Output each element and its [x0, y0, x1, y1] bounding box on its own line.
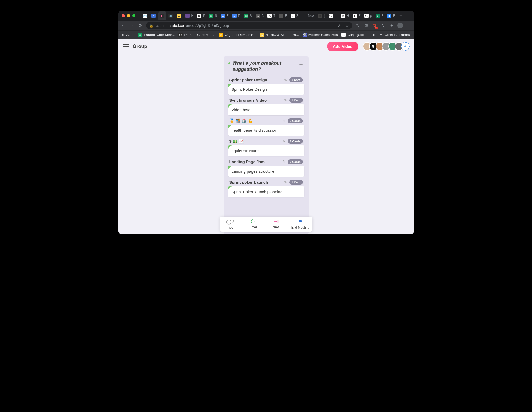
group-name[interactable]: Synchronous Video [229, 98, 282, 102]
browser-tab[interactable]: ▲ [175, 11, 183, 20]
browser-tab[interactable]: Gp [363, 11, 374, 20]
ext-mail-icon[interactable]: ✉ [363, 23, 369, 28]
card-stack[interactable]: Sprint Poker launch planning [228, 186, 304, 197]
browser-tab[interactable]: ▸F [374, 11, 385, 20]
group-name[interactable]: 🏅 🧑‍🤝‍🧑 🏥 💪 [229, 118, 281, 123]
browser-tab[interactable]: ≡F [219, 11, 230, 20]
card-stack[interactable]: Sprint Poker Design [228, 84, 304, 95]
star-icon[interactable]: ☆ [345, 23, 349, 28]
end-meeting-button[interactable]: ⚑ End Meeting [291, 219, 309, 229]
add-card-button[interactable]: ＋ [298, 60, 304, 68]
tab-favicon-icon: z [291, 14, 295, 18]
participant-avatars: G+ [365, 42, 410, 51]
edit-group-icon[interactable]: ✎ [284, 180, 287, 184]
browser-tab[interactable]: New [300, 11, 316, 20]
edit-group-icon[interactable]: ✎ [282, 119, 286, 123]
reflection-card[interactable]: Sprint Poker Design [228, 84, 304, 95]
browser-tab[interactable]: ✉️ [141, 11, 149, 20]
browser-tab[interactable]: ⎙H [339, 11, 351, 20]
back-button[interactable]: ← [121, 23, 126, 28]
tab-label: H [347, 14, 349, 18]
tab-favicon-icon: ◐ [160, 14, 164, 18]
timer-button[interactable]: ⏱ Timer [246, 219, 261, 229]
browser-tab[interactable]: FF [278, 11, 288, 20]
reflection-card[interactable]: equity structure [228, 145, 304, 156]
tab-label: ( [324, 14, 325, 18]
next-button[interactable]: →⃝ Next [269, 219, 283, 229]
tab-favicon-icon [302, 14, 306, 18]
bookmark-item[interactable]: CConjugator [341, 33, 364, 37]
browser-tab[interactable]: ✎T [266, 11, 277, 20]
tab-label: T [273, 14, 275, 18]
card-stack[interactable]: equity structure [228, 145, 304, 156]
minimize-window-icon[interactable] [127, 14, 130, 17]
browser-menu-icon[interactable]: ⋮ [406, 23, 412, 28]
profile-avatar-icon[interactable] [397, 23, 403, 28]
invite-participant-button[interactable]: + [401, 42, 410, 51]
bookmarks-bar: ⊞Apps▦Parabol Core Metr...◐Parabol Core … [118, 30, 414, 39]
address-bar[interactable]: 🔒 action.parabol.co/meet/VpTgfIi9PmK/gro… [146, 22, 352, 29]
forward-button[interactable]: → [129, 23, 135, 28]
card-stack[interactable]: Video beta [228, 104, 304, 115]
bookmark-favicon-icon: ◐ [178, 33, 183, 37]
card-stack[interactable]: Landing pages structure [228, 166, 304, 177]
tab-favicon-icon: C [256, 14, 260, 18]
browser-tab[interactable]: ▦S [242, 11, 254, 20]
edit-group-icon[interactable]: ✎ [282, 160, 286, 164]
tips-button[interactable]: ◯? Tips [223, 219, 238, 229]
other-bookmarks[interactable]: 🗀 Other Bookmarks [379, 33, 411, 37]
reflection-group: 🏅 🧑‍🤝‍🧑 🏥 💪✎3 Cardshealth benefits discu… [226, 116, 306, 137]
browser-tab[interactable]: ≡P [231, 11, 242, 20]
group-name[interactable]: $ 💵 📈 [229, 139, 281, 144]
bookmark-label: *FRIDAY SHIP - Pa... [266, 33, 299, 37]
install-app-icon[interactable]: ⤢ [337, 23, 341, 28]
browser-tab[interactable]: 8 [150, 11, 158, 20]
browser-tab[interactable]: ■F [386, 11, 397, 20]
group-name[interactable]: Sprint poker Design [229, 77, 282, 82]
new-tab-button[interactable]: ＋ [398, 13, 404, 19]
tab-label: Is [335, 14, 337, 18]
extensions-icon[interactable]: ✦ [389, 23, 395, 28]
card-stack[interactable]: health benefits discussion [228, 125, 304, 136]
close-window-icon[interactable] [122, 14, 125, 17]
reflection-card[interactable]: Sprint Poker launch planning [228, 186, 304, 197]
browser-tab[interactable]: ⎔Is [327, 11, 339, 20]
browser-tab[interactable]: ◧F [351, 11, 362, 20]
reflection-card[interactable]: Landing pages structure [228, 166, 304, 177]
reload-button[interactable]: ⟳ [138, 23, 143, 28]
browser-tab[interactable]: ☻( [316, 11, 327, 20]
tab-favicon-icon: ☻ [318, 14, 322, 18]
menu-button[interactable] [123, 43, 129, 49]
edit-group-icon[interactable]: ✎ [284, 78, 287, 82]
bookmark-item[interactable]: ◐Parabol Core Metr... [178, 33, 215, 37]
bookmark-item[interactable]: ▦Parabol Core Metr... [138, 33, 175, 37]
reflection-group: $ 💵 📈✎2 Cardsequity structure [226, 137, 306, 157]
edit-group-icon[interactable]: ✎ [284, 98, 287, 102]
bookmark-item[interactable]: ▲*FRIDAY SHIP - Pa... [260, 33, 299, 37]
group-name[interactable]: Landing Page Jam [229, 159, 281, 164]
edit-group-icon[interactable]: ✎ [282, 139, 286, 143]
group-header: Sprint poker Design✎1 Card [228, 77, 304, 84]
bookmark-label: Org and Domain S... [225, 33, 257, 37]
bookmark-item[interactable]: 💬Modern Sales Pros [303, 33, 338, 37]
ext-pencil-icon[interactable]: ✎ [355, 23, 361, 28]
reflection-card[interactable]: Video beta [228, 104, 304, 115]
ext-todoist-icon[interactable]: ◪11 [372, 23, 378, 28]
bookmarks-overflow[interactable]: » [373, 33, 375, 37]
add-video-button[interactable]: Add Video [327, 42, 358, 51]
browser-tab[interactable]: CC [254, 11, 266, 20]
maximize-window-icon[interactable] [132, 14, 135, 17]
bookmark-item[interactable]: ⊞Apps [121, 33, 134, 37]
bookmark-label: Modern Sales Pros [308, 33, 338, 37]
browser-tab[interactable]: AH [184, 11, 195, 20]
group-name[interactable]: Sprint poker Launch [229, 180, 282, 184]
browser-tab[interactable]: zZ [289, 11, 300, 20]
browser-tab[interactable]: ▦S [207, 11, 218, 20]
ext-notion-icon[interactable]: N [380, 23, 386, 28]
browser-tab[interactable]: ◐ [158, 11, 166, 20]
browser-tab[interactable]: ◐ [167, 11, 175, 20]
bookmark-item[interactable]: ☺Org and Domain S... [219, 33, 257, 37]
browser-tab[interactable]: ▶P [196, 11, 207, 20]
reflection-card[interactable]: health benefits discussion [228, 125, 304, 136]
tab-favicon-icon: ✉️ [143, 14, 147, 18]
